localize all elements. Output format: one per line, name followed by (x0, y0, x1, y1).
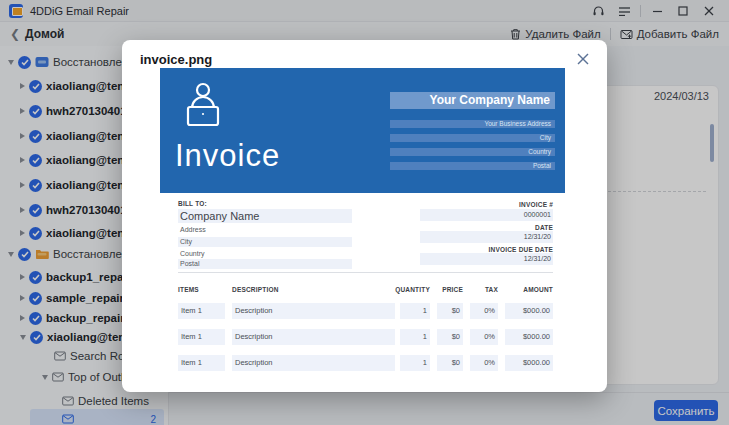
cell-desc: Description (232, 329, 395, 345)
invoice-heading: Invoice (175, 138, 280, 174)
bill-company-name: Company Name (178, 209, 352, 223)
col-items: ITEMS (178, 286, 199, 293)
invoice-due-date-value: 12/31/20 (420, 253, 553, 265)
cell-tax: 0% (470, 329, 498, 345)
cell-amount: $000.00 (505, 303, 553, 319)
cell-qty: 1 (400, 303, 430, 319)
invoice-date-value: 12/31/20 (420, 231, 553, 243)
bill-to-label: BILL TO: (178, 200, 207, 207)
cell-tax: 0% (470, 303, 498, 319)
invoice-address-line: City (390, 134, 555, 142)
col-description: DESCRIPTION (232, 286, 279, 293)
cell-item: Item 1 (178, 355, 225, 371)
invoice-body: BILL TO: Company Name Address City Count… (160, 193, 565, 380)
cell-price: $0 (437, 303, 463, 319)
cell-item: Item 1 (178, 303, 225, 319)
invoice-divider (178, 272, 553, 273)
col-tax: TAX (470, 286, 498, 293)
invoice-company-name: Your Company Name (390, 92, 555, 109)
invoice-number-value: 0000001 (420, 209, 553, 221)
invoice-due-date-label: INVOICE DUE DATE (420, 246, 553, 253)
invoice-header-band: Invoice Your Company Name Your Business … (160, 68, 565, 193)
invoice-date-label: DATE (420, 224, 553, 231)
modal-title: invoice.png (140, 52, 212, 67)
preview-modal: invoice.png Invoice Your Company Name Yo… (122, 40, 607, 392)
cell-item: Item 1 (178, 329, 225, 345)
invoice-preview-image: Invoice Your Company Name Your Business … (160, 68, 565, 380)
cell-amount: $000.00 (505, 329, 553, 345)
cell-price: $0 (437, 329, 463, 345)
cell-desc: Description (232, 303, 395, 319)
cell-qty: 1 (400, 329, 430, 345)
app-window: 4DDiG Email Repair ❮ Домой (0, 0, 729, 425)
col-price: PRICE (437, 286, 463, 293)
cell-qty: 1 (400, 355, 430, 371)
cell-price: $0 (437, 355, 463, 371)
invoice-address-line: Postal (390, 162, 555, 170)
invoice-number-label: INVOICE # (420, 201, 553, 208)
bill-address: Address (178, 225, 352, 235)
col-quantity: QUANTITY (395, 286, 430, 293)
bill-country: Country (178, 249, 352, 259)
cell-tax: 0% (470, 355, 498, 371)
person-at-desk-icon (180, 81, 226, 133)
close-modal-icon[interactable] (575, 51, 591, 67)
bill-city: City (178, 237, 352, 247)
col-amount: AMOUNT (505, 286, 553, 293)
cell-desc: Description (232, 355, 395, 371)
invoice-address-line: Your Business Address (390, 120, 555, 128)
invoice-address-line: Country (390, 148, 555, 156)
bill-postal: Postal (178, 259, 352, 269)
cell-amount: $000.00 (505, 355, 553, 371)
